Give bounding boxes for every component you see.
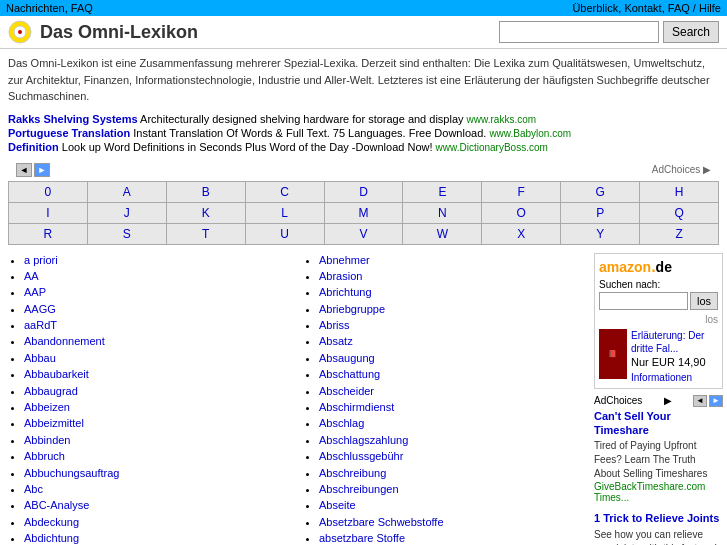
word-link[interactable]: Abbeizen [24, 401, 70, 413]
next-arrow-button[interactable]: ► [34, 163, 50, 177]
nav-link-nachrichten[interactable]: Nachrichten [6, 2, 65, 14]
word-link[interactable]: Abdeckung [24, 516, 79, 528]
word-link[interactable]: AAP [24, 286, 46, 298]
ad-link-2[interactable]: Definition [8, 141, 59, 153]
prev-arrow-button[interactable]: ◄ [16, 163, 32, 177]
list-item: AA [24, 269, 287, 284]
alpha-cell-m[interactable]: M [325, 203, 404, 224]
alpha-cell-a[interactable]: A [88, 182, 167, 203]
word-link[interactable]: Abriss [319, 319, 350, 331]
alpha-cell-w[interactable]: W [403, 224, 482, 245]
word-link[interactable]: ABC-Analyse [24, 499, 89, 511]
alpha-cell-f[interactable]: F [482, 182, 561, 203]
list-item: aaRdT [24, 318, 287, 333]
word-link[interactable]: Abschattung [319, 368, 380, 380]
alpha-cell-t[interactable]: T [167, 224, 246, 245]
sidebar-ad-0-link[interactable]: Can't Sell Your Timeshare [594, 410, 671, 436]
list-item: Abbuchungsauftrag [24, 466, 287, 481]
word-link[interactable]: AAGG [24, 303, 56, 315]
alpha-cell-g[interactable]: G [561, 182, 640, 203]
sidebar-ad-nav: ◄ ► [693, 395, 723, 407]
alpha-cell-e[interactable]: E [403, 182, 482, 203]
word-link[interactable]: Abrichtung [319, 286, 372, 298]
sidebar-ad-prev-button[interactable]: ◄ [693, 395, 707, 407]
word-link[interactable]: Abc [24, 483, 43, 495]
alpha-cell-s[interactable]: S [88, 224, 167, 245]
word-link[interactable]: Abschlag [319, 417, 364, 429]
alpha-cell-i[interactable]: I [9, 203, 88, 224]
alpha-cell-x[interactable]: X [482, 224, 561, 245]
list-item: Abbau [24, 351, 287, 366]
word-link[interactable]: Absatz [319, 335, 353, 347]
alpha-cell-l[interactable]: L [246, 203, 325, 224]
ad-links-section: Rakks Shelving Systems Architecturally d… [0, 111, 727, 159]
word-link[interactable]: Abbruch [24, 450, 65, 462]
amazon-search-label: Suchen nach: [599, 279, 718, 290]
nav-link-überblick[interactable]: Überblick [572, 2, 618, 14]
alpha-cell-o[interactable]: O [482, 203, 561, 224]
alpha-cell-d[interactable]: D [325, 182, 404, 203]
word-link[interactable]: Abrasion [319, 270, 362, 282]
word-link[interactable]: Abbaubarkeit [24, 368, 89, 380]
word-link[interactable]: Abbuchungsauftrag [24, 467, 119, 479]
ad-domain-2[interactable]: www.DictionaryBoss.com [436, 142, 548, 153]
list-item: Abschirmdienst [319, 400, 582, 415]
nav-link-faq-hilfe[interactable]: FAQ / Hilfe [668, 2, 721, 14]
word-link[interactable]: Abbinden [24, 434, 71, 446]
ad-link-1[interactable]: Portuguese Translation [8, 127, 130, 139]
alpha-cell-r[interactable]: R [9, 224, 88, 245]
sidebar-ad-choices: AdChoices ▶ ◄ ► [594, 395, 723, 407]
alpha-cell-y[interactable]: Y [561, 224, 640, 245]
alpha-cell-h[interactable]: H [640, 182, 719, 203]
word-link[interactable]: absetzbare Stoffe [319, 532, 405, 544]
word-link[interactable]: Abbau [24, 352, 56, 364]
word-link[interactable]: Abscheider [319, 385, 374, 397]
word-link[interactable]: Abschreibung [319, 467, 386, 479]
alpha-cell-n[interactable]: N [403, 203, 482, 224]
word-link[interactable]: Abschreibungen [319, 483, 399, 495]
word-link[interactable]: a priori [24, 254, 58, 266]
word-link[interactable]: Abdichtung [24, 532, 79, 544]
amazon-book-link[interactable]: Erläuterung: Der dritte Fal... [631, 330, 704, 354]
alpha-cell-c[interactable]: C [246, 182, 325, 203]
nav-link-kontakt[interactable]: Kontakt [624, 2, 661, 14]
alpha-cell-k[interactable]: K [167, 203, 246, 224]
list-item: Abandonnement [24, 334, 287, 349]
word-link[interactable]: AA [24, 270, 39, 282]
word-link[interactable]: Abnehmer [319, 254, 370, 266]
list-item: Absatz [319, 334, 582, 349]
alpha-cell-j[interactable]: J [88, 203, 167, 224]
word-link[interactable]: Abschlussgebühr [319, 450, 403, 462]
word-link[interactable]: Abriebgruppe [319, 303, 385, 315]
word-link[interactable]: Abbaugrad [24, 385, 78, 397]
word-link[interactable]: Abandonnement [24, 335, 105, 347]
word-link[interactable]: Abschirmdienst [319, 401, 394, 413]
ad-row-0: Rakks Shelving Systems Architecturally d… [8, 113, 719, 125]
nav-link-faq[interactable]: FAQ [71, 2, 93, 14]
word-link[interactable]: Abschlagszahlung [319, 434, 408, 446]
amazon-info-link[interactable]: Informationen [631, 371, 718, 384]
word-link[interactable]: Abbeizmittel [24, 417, 84, 429]
word-link[interactable]: Absetzbare Schwebstoffe [319, 516, 444, 528]
alpha-cell-p[interactable]: P [561, 203, 640, 224]
sidebar-ad-next-button[interactable]: ► [709, 395, 723, 407]
ad-link-0[interactable]: Rakks Shelving Systems [8, 113, 138, 125]
amazon-search-input[interactable] [599, 292, 688, 310]
list-item: Abbaugrad [24, 384, 287, 399]
ad-domain-1[interactable]: www.Babylon.com [489, 128, 571, 139]
sidebar-ad-1-link[interactable]: 1 Trick to Relieve Joints [594, 512, 719, 524]
alpha-cell-u[interactable]: U [246, 224, 325, 245]
list-item: Abdichtung [24, 531, 287, 545]
ad-domain-0[interactable]: www.rakks.com [467, 114, 536, 125]
alpha-cell-b[interactable]: B [167, 182, 246, 203]
alpha-cell-v[interactable]: V [325, 224, 404, 245]
search-input[interactable] [499, 21, 659, 43]
search-button[interactable]: Search [663, 21, 719, 43]
alpha-cell-0[interactable]: 0 [9, 182, 88, 203]
alpha-cell-z[interactable]: Z [640, 224, 719, 245]
word-link[interactable]: Abseite [319, 499, 356, 511]
alpha-cell-q[interactable]: Q [640, 203, 719, 224]
word-link[interactable]: Absaugung [319, 352, 375, 364]
word-link[interactable]: aaRdT [24, 319, 57, 331]
amazon-go-button[interactable]: los [690, 292, 718, 310]
